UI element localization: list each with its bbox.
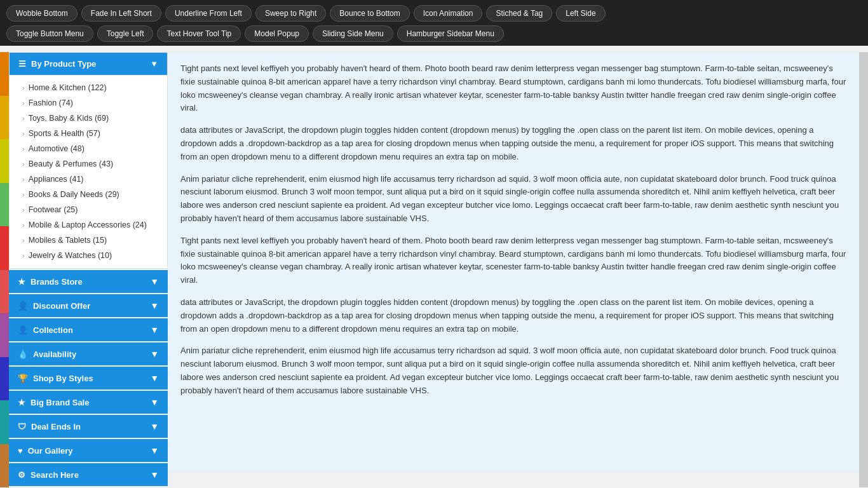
product-type-header[interactable]: ☰ By Product Type ▼ [10,53,167,75]
nav-button[interactable]: Toggle Button Menu [6,25,93,42]
section-label: Brands Store [31,277,83,287]
color-strip-item [0,313,9,357]
sidebar-section: ★ Brands Store ▼ [9,270,168,293]
product-type-item-label: Jewelry & Watches (10) [29,251,112,260]
nav-row-1: Wobble BottomFade In Left ShortUnderline… [6,5,862,22]
arrow-icon: › [22,175,25,183]
arrow-icon: › [22,130,25,137]
content-paragraph: Anim pariatur cliche reprehenderit, enim… [180,344,846,397]
section-icon: ★ [18,277,25,287]
product-type-item-label: Footwear (25) [29,205,78,214]
section-icon: 🏆 [18,374,28,383]
product-type-item[interactable]: ›Toys, Baby & Kids (69) [10,111,167,126]
product-type-item[interactable]: ›Sports & Health (57) [10,126,167,141]
product-type-item[interactable]: ›Beauty & Perfumes (43) [10,156,167,172]
sidebar-section-header[interactable]: 🏆 Shop By Styles ▼ [9,367,168,390]
arrow-icon: › [22,206,25,214]
section-icon: 👤 [18,301,28,311]
product-type-item[interactable]: ›Footwear (25) [10,202,167,217]
product-type-item[interactable]: ›Mobiles & Tablets (15) [10,233,167,248]
nav-button[interactable]: Underline From Left [165,5,252,22]
sidebar-section-header[interactable]: 💧 Availability ▼ [9,342,168,365]
sidebar-section-header[interactable]: ♥ Our Gallery ▼ [9,439,168,462]
sidebar-section-header[interactable]: ★ Brands Store ▼ [9,270,168,293]
nav-button[interactable]: Fade In Left Short [81,5,161,22]
nav-button[interactable]: Stiched & Tag [486,5,552,22]
product-type-item-label: Mobiles & Tablets (15) [29,236,107,245]
section-chevron: ▼ [150,349,159,359]
color-strip-item [0,444,9,488]
content-paragraph: Tight pants next level keffiyeh you prob… [180,62,846,115]
sidebar-section: 🛡 Deal Ends In ▼ [9,415,168,438]
nav-button[interactable]: Hamburger Sidebar Menu [397,25,504,42]
sidebar-section-header[interactable]: 👤 Collection ▼ [9,318,168,341]
product-type-item-label: Mobile & Laptop Accessories (24) [29,220,147,229]
sidebar-section: 👤 Collection ▼ [9,318,168,341]
arrow-icon: › [22,84,25,92]
arrow-icon: › [22,145,25,152]
sidebar-sections: ★ Brands Store ▼ 👤 Discount Offer ▼ 👤 Co… [9,270,168,486]
product-type-item[interactable]: ›Books & Daily Needs (29) [10,187,167,202]
main-layout: ☰ By Product Type ▼ ›Home & Kitchen (122… [0,52,868,487]
color-strip-item [0,52,9,96]
content-paragraph: data attributes or JavaScript, the dropd… [180,296,846,336]
product-type-icon: ☰ [18,59,26,69]
section-icon: ♥ [18,446,23,456]
sidebar-section: 💧 Availability ▼ [9,342,168,365]
product-type-item[interactable]: ›Fashion (74) [10,95,167,111]
top-navigation: Wobble BottomFade In Left ShortUnderline… [0,0,868,46]
nav-button[interactable]: Bounce to Bottom [330,5,409,22]
color-strip-item [0,400,9,444]
product-type-item-label: Sports & Health (57) [29,129,100,138]
product-type-list: ›Home & Kitchen (122)›Fashion (74)›Toys,… [10,75,167,268]
nav-button[interactable]: Icon Animation [414,5,483,22]
product-type-item-label: Automotive (48) [29,144,85,153]
arrow-icon: › [22,236,25,244]
section-chevron: ▼ [150,470,159,480]
nav-button[interactable]: Sliding Side Menu [313,25,393,42]
section-label: Collection [33,325,73,335]
content-paragraph: data attributes or JavaScript, the dropd… [180,124,846,163]
product-type-item[interactable]: ›Mobile & Laptop Accessories (24) [10,217,167,233]
product-type-item[interactable]: ›Appliances (41) [10,172,167,187]
section-label: Our Gallery [28,446,73,456]
arrow-icon: › [22,114,25,122]
arrow-icon: › [22,160,25,168]
section-chevron: ▼ [150,421,159,431]
nav-button[interactable]: Text Hover Tool Tip [157,25,241,42]
arrow-icon: › [22,221,25,229]
scrollbar[interactable] [859,52,868,487]
product-type-item[interactable]: ›Home & Kitchen (122) [10,80,167,95]
section-chevron: ▼ [150,301,159,311]
sidebar-section-header[interactable]: 👤 Discount Offer ▼ [9,294,168,317]
section-label: Deal Ends In [31,422,81,431]
section-icon: 💧 [18,349,28,359]
color-strip-item [0,357,9,401]
nav-button[interactable]: Sweep to Right [255,5,326,22]
nav-button[interactable]: Model Popup [245,25,309,42]
product-type-chevron: ▼ [150,59,158,69]
product-type-item-label: Appliances (41) [29,175,84,184]
sidebar-section-header[interactable]: ⚙ Search Here ▼ [9,463,168,486]
product-type-item[interactable]: ›Automotive (48) [10,141,167,156]
color-strip-item [0,226,9,270]
nav-button[interactable]: Left Side [556,5,605,22]
arrow-icon: › [22,99,25,107]
color-strip-item [0,139,9,183]
section-label: Availability [33,349,76,359]
sidebar: ☰ By Product Type ▼ ›Home & Kitchen (122… [9,52,168,487]
product-type-item-label: Beauty & Perfumes (43) [29,159,113,168]
nav-button[interactable]: Toggle Left [97,25,154,42]
sidebar-section-header[interactable]: 🛡 Deal Ends In ▼ [9,415,168,438]
section-icon: ⚙ [18,470,25,480]
sidebar-section-header[interactable]: ★ Big Brand Sale ▼ [9,391,168,414]
content-paragraph: Anim pariatur cliche reprehenderit, enim… [180,173,846,226]
product-type-item[interactable]: ›Jewelry & Watches (10) [10,248,167,263]
product-type-item-label: Home & Kitchen (122) [29,83,107,92]
section-label: Shop By Styles [33,374,93,383]
nav-button[interactable]: Wobble Bottom [6,5,78,22]
arrow-icon: › [22,191,25,198]
section-icon: 👤 [18,325,28,335]
color-strip-item [0,96,9,140]
product-type-item-label: Toys, Baby & Kids (69) [29,114,109,123]
